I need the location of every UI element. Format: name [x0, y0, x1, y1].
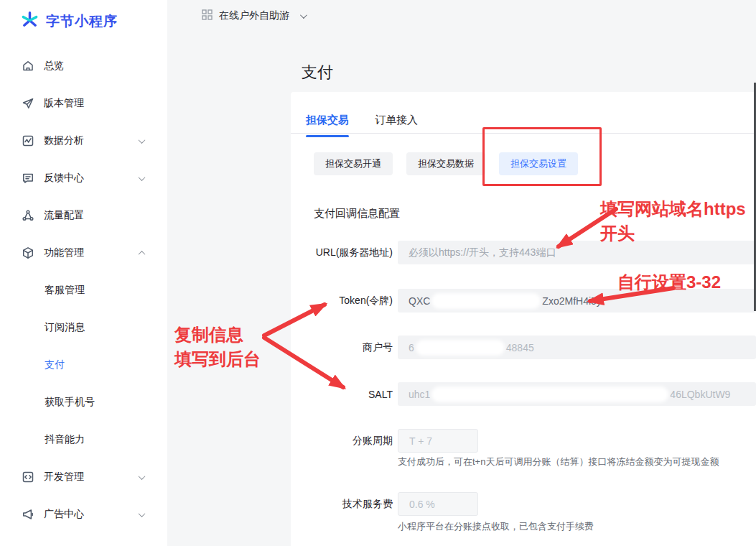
sidebar-item-label: 总览 [44, 60, 64, 73]
sidebar-item-development[interactable]: 开发管理 [0, 458, 167, 496]
sidebar: 字节小程序 总览 版本管理 数据分析 反馈中心 [0, 0, 167, 546]
token-value-start: QXC [409, 295, 430, 307]
merchant-field-row: 商户号 6 48845 [291, 336, 756, 359]
tab-guaranteed-transaction[interactable]: 担保交易 [306, 114, 349, 137]
section-title: 支付回调信息配置 [314, 207, 400, 221]
megaphone-icon [22, 508, 34, 521]
redaction-blur [431, 293, 541, 309]
sidebar-item-label: 反馈中心 [44, 172, 84, 185]
sidebar-item-traffic[interactable]: 流量配置 [0, 197, 167, 234]
salt-field-row: SALT uhc1 46LQbkUtW9 [291, 382, 756, 406]
sidebar-item-features[interactable]: 功能管理 [0, 234, 167, 272]
annotation-token-note: 自行设置3-32 [617, 270, 721, 295]
token-value-end: Zxo2MfH4i5y [542, 295, 601, 307]
salt-value-end: 46LQbkUtW9 [670, 389, 730, 400]
brand-name: 字节小程序 [46, 12, 118, 31]
cycle-help-text: 支付成功后，可在t+n天后可调用分账（结算）接口将冻结金额变为可提现金额 [398, 455, 719, 468]
cycle-field-label: 分账周期 [291, 435, 393, 448]
content-card: 担保交易 订单接入 担保交易开通 担保交易数据 担保交易设置 支付回调信息配置 … [291, 92, 756, 546]
sidebar-subitem-douyin-capability[interactable]: 抖音能力 [0, 421, 167, 458]
page-title: 支付 [302, 62, 333, 83]
annotation-url-note: 填写网站域名https 开头 [600, 197, 746, 246]
salt-value-start: uhc1 [409, 389, 430, 400]
chevron-down-icon [300, 11, 307, 19]
traffic-icon [22, 209, 34, 222]
sidebar-item-ad-center[interactable]: 广告中心 [0, 496, 167, 533]
salt-field-label: SALT [291, 389, 393, 400]
fee-field-row: 技术服务费 0.6 % [291, 492, 756, 516]
fee-input: 0.6 % [398, 492, 478, 516]
grid-icon [202, 9, 213, 22]
annotation-copy-note: 复制信息 填写到后台 [174, 323, 261, 371]
sidebar-item-analytics[interactable]: 数据分析 [0, 122, 167, 159]
app-switcher[interactable]: 在线户外自助游 [202, 9, 305, 22]
sidebar-item-versions[interactable]: 版本管理 [0, 85, 167, 122]
token-field-label: Token(令牌) [291, 295, 393, 307]
annotation-url-note-line2: 开头 [600, 221, 746, 246]
sub-nav: 担保交易开通 担保交易数据 担保交易设置 [314, 152, 578, 175]
chevron-down-icon [139, 473, 146, 480]
sidebar-subitem-payment[interactable]: 支付 [0, 346, 167, 384]
url-field-label: URL(服务器地址) [291, 246, 393, 259]
app-switcher-label: 在线户外自助游 [219, 9, 289, 22]
chevron-up-icon [139, 250, 146, 257]
guaranteed-settings-button[interactable]: 担保交易设置 [499, 152, 578, 175]
sidebar-item-label: 开发管理 [44, 471, 84, 483]
sidebar-item-label: 获取手机号 [45, 396, 95, 409]
url-input-placeholder: 必须以https://开头，支持443端口 [409, 246, 556, 259]
redaction-blur [431, 387, 668, 402]
sidebar-item-label: 流量配置 [44, 209, 84, 222]
fee-field-label: 技术服务费 [291, 498, 393, 511]
sidebar-item-label: 客服管理 [45, 284, 85, 297]
tab-order-access[interactable]: 订单接入 [375, 114, 418, 137]
sidebar-item-overview[interactable]: 总览 [0, 47, 167, 85]
annotation-copy-note-line2: 填写到后台 [174, 347, 261, 371]
bytedance-asterisk-icon [20, 10, 39, 32]
code-icon [22, 471, 34, 483]
sidebar-nav: 总览 版本管理 数据分析 反馈中心 流量配置 [0, 47, 167, 533]
sidebar-item-label: 广告中心 [44, 508, 84, 521]
guaranteed-data-button[interactable]: 担保交易数据 [406, 152, 485, 175]
sidebar-item-label: 版本管理 [44, 97, 84, 110]
merchant-value-end: 48845 [506, 342, 534, 353]
fee-value: 0.6 % [409, 499, 435, 510]
guaranteed-open-button[interactable]: 担保交易开通 [314, 152, 393, 175]
analytics-icon [22, 134, 34, 147]
home-icon [22, 60, 34, 73]
cycle-input: T + 7 [398, 429, 478, 453]
sidebar-item-feedback[interactable]: 反馈中心 [0, 159, 167, 197]
sidebar-item-label: 支付 [45, 358, 65, 371]
chevron-down-icon [139, 174, 146, 181]
sidebar-subitem-customer-service[interactable]: 客服管理 [0, 272, 167, 309]
redaction-blur [416, 340, 505, 356]
annotation-url-note-line1: 填写网站域名https [600, 197, 746, 221]
paper-plane-icon [22, 97, 34, 110]
sidebar-item-label: 抖音能力 [45, 433, 85, 446]
cycle-value: T + 7 [409, 435, 432, 447]
merchant-input[interactable]: 6 48845 [398, 336, 756, 359]
tab-bar: 担保交易 订单接入 [306, 114, 418, 137]
fee-help-text: 小程序平台在分账接点收取，已包含支付手续费 [398, 520, 594, 533]
sidebar-subitem-subscribe-message[interactable]: 订阅消息 [0, 309, 167, 346]
cube-icon [22, 246, 34, 259]
cycle-field-row: 分账周期 T + 7 [291, 429, 756, 453]
merchant-value-start: 6 [409, 342, 414, 353]
merchant-field-label: 商户号 [291, 341, 393, 354]
sidebar-subitem-get-phone-number[interactable]: 获取手机号 [0, 384, 167, 421]
chevron-down-icon [139, 136, 146, 144]
sidebar-item-label: 功能管理 [44, 246, 84, 259]
brand-logo: 字节小程序 [0, 0, 167, 32]
feedback-icon [22, 172, 34, 185]
chevron-down-icon [139, 510, 146, 517]
sidebar-item-label: 订阅消息 [45, 321, 85, 334]
annotation-copy-note-line1: 复制信息 [174, 323, 261, 347]
sidebar-item-label: 数据分析 [44, 134, 84, 147]
salt-input[interactable]: uhc1 46LQbkUtW9 [398, 382, 756, 406]
